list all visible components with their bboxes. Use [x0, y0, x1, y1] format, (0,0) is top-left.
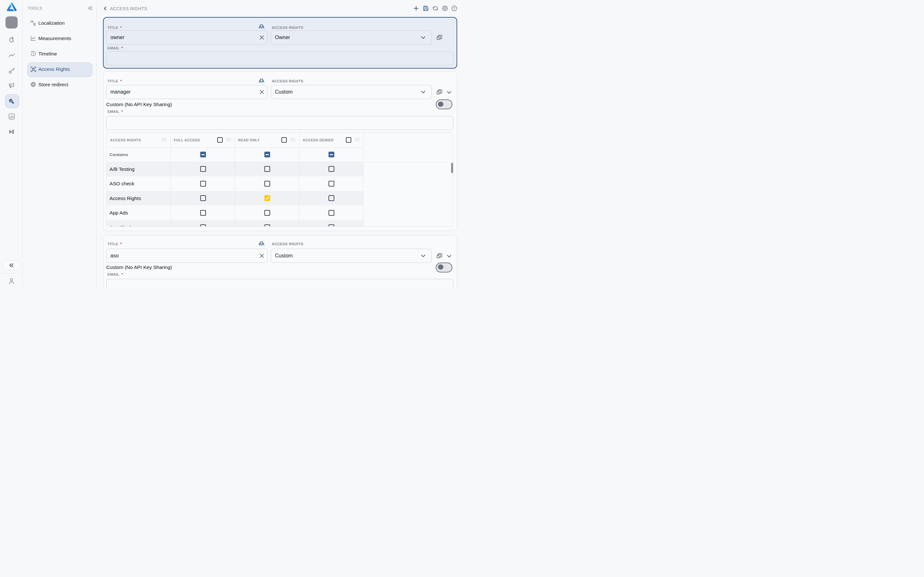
- svg-text:?: ?: [453, 6, 455, 10]
